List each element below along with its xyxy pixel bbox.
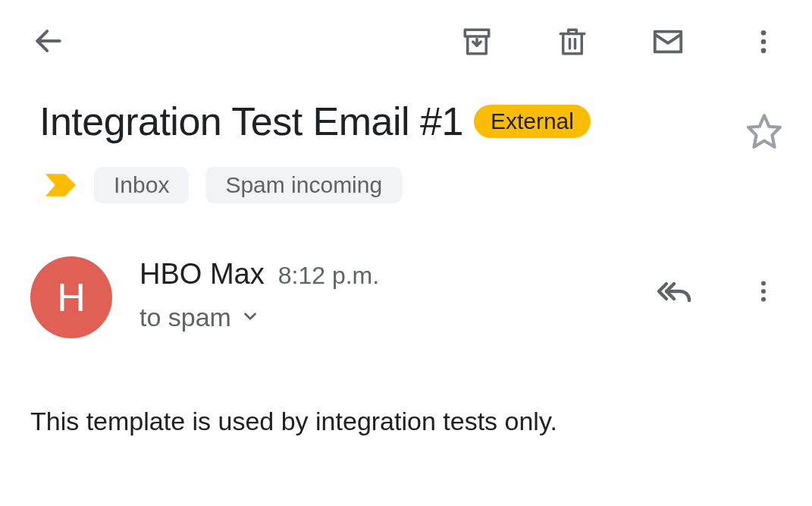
subject-block: Integration Test Email #1 External Inbox… — [0, 68, 812, 203]
recipient-expander[interactable]: to spam — [140, 303, 629, 332]
back-button[interactable] — [30, 23, 67, 59]
toolbar — [0, 0, 812, 68]
sender-time: 8:12 p.m. — [278, 262, 379, 290]
trash-icon — [556, 26, 588, 58]
svg-point-10 — [761, 281, 766, 286]
star-button[interactable] — [745, 112, 783, 153]
envelope-icon — [651, 24, 685, 59]
archive-icon — [461, 26, 493, 58]
svg-point-6 — [761, 30, 767, 36]
recipient-line: to spam — [140, 303, 231, 332]
svg-rect-1 — [465, 30, 489, 36]
delete-button[interactable] — [554, 24, 591, 60]
email-body: This template is used by integration tes… — [0, 338, 812, 436]
more-vert-icon — [750, 278, 777, 305]
message-more-button[interactable] — [745, 273, 782, 310]
reply-all-button[interactable] — [656, 273, 692, 310]
label-chip-spam-incoming[interactable]: Spam incoming — [205, 167, 402, 203]
chevron-down-icon — [240, 303, 260, 332]
svg-marker-9 — [748, 115, 780, 147]
sender-name: HBO Max — [140, 258, 265, 291]
email-subject: Integration Test Email #1 — [39, 99, 463, 144]
more-button[interactable] — [745, 24, 782, 60]
archive-button[interactable] — [459, 24, 495, 60]
svg-point-12 — [761, 297, 766, 302]
mark-unread-button[interactable] — [650, 24, 686, 60]
external-badge: External — [474, 105, 591, 138]
svg-point-8 — [761, 48, 767, 53]
avatar-initial: H — [57, 275, 86, 320]
svg-point-7 — [761, 39, 767, 45]
labels-row: Inbox Spam incoming — [44, 167, 782, 203]
sender-block: H HBO Max 8:12 p.m. to spam — [0, 203, 812, 338]
svg-point-11 — [761, 289, 766, 294]
reply-all-icon — [656, 272, 692, 310]
sender-avatar[interactable]: H — [30, 256, 112, 338]
important-marker[interactable] — [44, 171, 77, 199]
arrow-left-icon — [32, 24, 65, 58]
label-chip-inbox[interactable]: Inbox — [94, 167, 189, 203]
important-icon — [44, 171, 77, 199]
more-vert-icon — [748, 27, 779, 57]
star-outline-icon — [745, 112, 783, 150]
